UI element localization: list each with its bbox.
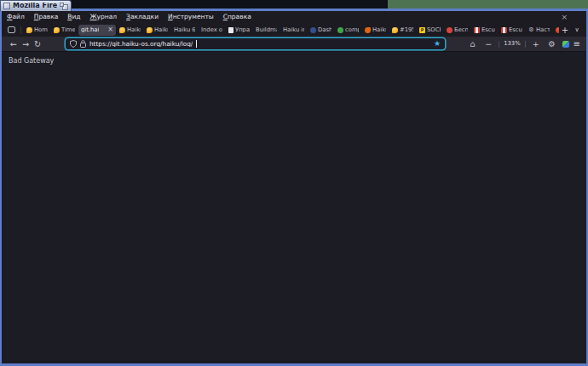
list-all-tabs-button[interactable]: ∨: [571, 25, 583, 36]
globe-green-icon: [337, 27, 343, 33]
tab[interactable]: Главн: [553, 25, 559, 36]
tab-label: Haiku: [372, 27, 386, 33]
tab[interactable]: Haiku: [144, 25, 170, 36]
url-input[interactable]: https://git.haiku-os.org/haiku/log/: [89, 41, 193, 47]
tab[interactable]: comp: [335, 25, 361, 36]
menu-icon[interactable]: ≡: [574, 40, 580, 49]
tab-close-icon[interactable]: ×: [107, 26, 113, 33]
tab[interactable]: Buildma: [253, 25, 280, 36]
tab[interactable]: Home: [24, 25, 50, 36]
tab[interactable]: Бесп: [444, 25, 470, 36]
menubar-menu[interactable]: Журнал: [90, 14, 118, 20]
haiku-yellow-icon: [54, 27, 60, 33]
reload-icon[interactable]: ↻: [32, 38, 43, 50]
firefox-view-button[interactable]: [5, 25, 18, 35]
zoom-level-indicator[interactable]: 133%: [504, 41, 520, 47]
zoom-out-button[interactable]: −: [482, 38, 494, 50]
tab-label: Упра: [235, 27, 250, 33]
window-zoom-button[interactable]: [60, 3, 68, 10]
shield-red-icon: [474, 27, 480, 33]
firefox-window: ФайлПравкаВидЖурналЗакладкиИнструментыСп…: [0, 9, 588, 366]
p-yellow-icon: P: [419, 27, 425, 33]
tab[interactable]: PSOCK: [417, 25, 443, 36]
haiku-yellow-icon: [392, 27, 398, 33]
circle-red-icon: [447, 27, 453, 33]
tab-label: Haiku: [154, 27, 168, 33]
tab[interactable]: Упра: [226, 25, 252, 36]
menubar-menu[interactable]: Инструменты: [168, 14, 214, 20]
tab[interactable]: Index of /: [199, 25, 225, 36]
back-icon[interactable]: ←: [8, 38, 20, 50]
navigation-toolbar: ← → ↻ https://git.haiku-os.org/haiku/log…: [2, 37, 586, 52]
tab[interactable]: Timeli: [51, 25, 78, 36]
shield-icon[interactable]: [70, 40, 77, 48]
bookmark-star-icon[interactable]: ★: [434, 40, 441, 48]
page-content: Bad Gateway: [2, 52, 586, 363]
tab-bar: HomeTimeligit.hai×HaikuHaikuHaiku 64Inde…: [2, 23, 586, 37]
tab-label: SOCK: [427, 27, 441, 33]
tab-label: #195: [400, 27, 413, 33]
tab-label: comp: [345, 27, 359, 33]
tab-strip: HomeTimeligit.hai×HaikuHaikuHaiku 64Inde…: [24, 25, 559, 36]
forward-icon[interactable]: →: [20, 38, 32, 50]
globe-blue-icon: [310, 27, 316, 33]
menubar-menu[interactable]: Правка: [34, 14, 59, 20]
text-cursor: [196, 40, 197, 48]
tab-separator: [20, 26, 21, 34]
close-icon[interactable]: ×: [561, 14, 568, 21]
haiku-yellow-icon: [26, 27, 32, 33]
tab-label: Dashb: [318, 27, 331, 33]
zoom-in-button[interactable]: +: [530, 38, 542, 50]
window-title-tab[interactable]: Mozilla Firefox: [0, 0, 72, 11]
tab-active[interactable]: git.hai×: [78, 25, 116, 36]
extension-icon[interactable]: [562, 41, 569, 48]
url-bar[interactable]: https://git.haiku-os.org/haiku/log/ ★: [66, 38, 445, 49]
doc-white-icon: [228, 27, 233, 33]
separator: [499, 41, 499, 48]
menubar: ФайлПравкаВидЖурналЗакладкиИнструментыСп…: [2, 11, 586, 23]
tab-label: Бесп: [454, 27, 468, 33]
tab-label: Timeli: [61, 27, 75, 33]
tab-label: Buildma: [256, 27, 277, 33]
menubar-menu[interactable]: Вид: [67, 14, 80, 20]
gear-gray-icon: ⚙: [528, 27, 534, 33]
haiku-yellow-icon: [147, 27, 153, 33]
tab-label: Haiku 64: [174, 27, 195, 33]
window-title: Mozilla Firefox: [13, 3, 57, 9]
shield-red-icon: [501, 27, 507, 33]
gear-icon[interactable]: ⚙: [546, 38, 558, 50]
menubar-menu[interactable]: Справка: [223, 14, 251, 20]
menubar-menu[interactable]: Файл: [7, 14, 25, 20]
new-tab-button[interactable]: +: [559, 25, 571, 36]
tab-label: git.hai: [81, 27, 99, 33]
tab[interactable]: Dashb: [308, 25, 334, 36]
tab[interactable]: Haiku 64: [171, 25, 198, 36]
tab[interactable]: #195: [389, 25, 416, 36]
error-message: Bad Gateway: [9, 57, 579, 65]
haiku-yellow-icon: [119, 27, 125, 33]
toolbar-right-group: ⌂ − 133% + ⚙ ≡: [466, 38, 580, 50]
tab[interactable]: Haiku inf: [280, 25, 307, 36]
tab[interactable]: Haiku: [117, 25, 143, 36]
tab[interactable]: Escud: [471, 25, 498, 36]
firefox-view-icon: [8, 26, 15, 33]
tab[interactable]: Haiku: [362, 25, 389, 36]
separator: [525, 41, 526, 48]
tab-label: Home: [34, 27, 48, 33]
window-close-button[interactable]: [3, 3, 10, 9]
tab-label: Escud: [481, 27, 495, 33]
tab-label: Haiku: [127, 27, 141, 33]
leaf-orange-icon: [365, 27, 371, 33]
zoom-glyph-small: [60, 3, 64, 7]
tab[interactable]: ⚙Настр: [526, 25, 552, 36]
tab-label: Escud: [509, 27, 522, 33]
menubar-menu[interactable]: Закладки: [126, 14, 159, 20]
menubar-items: ФайлПравкаВидЖурналЗакладкиИнструментыСп…: [7, 14, 251, 20]
tab-label: Index of /: [201, 27, 222, 33]
tab[interactable]: Escud: [499, 25, 525, 36]
lock-icon[interactable]: [80, 40, 86, 48]
tab-label: Настр: [536, 27, 550, 33]
tab-label: Haiku inf: [283, 27, 304, 33]
home-icon[interactable]: ⌂: [466, 38, 478, 50]
